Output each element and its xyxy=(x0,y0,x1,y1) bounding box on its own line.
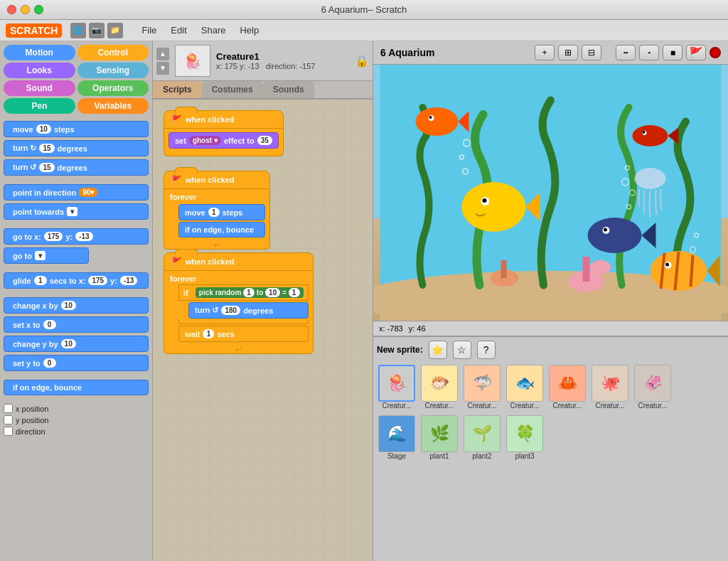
menu-edit[interactable]: Edit xyxy=(165,23,192,38)
sprite-label-stage: Stage xyxy=(387,452,406,460)
menu-file[interactable]: File xyxy=(136,23,162,38)
sprite-item-plant1[interactable]: 🌿 plant1 xyxy=(419,414,459,461)
checkbox-direction[interactable]: direction xyxy=(4,427,149,436)
stage-normal-button[interactable]: ▪ xyxy=(639,45,659,60)
zoom-out-button[interactable]: ⊟ xyxy=(582,45,601,60)
new-sprite-label: New sprite: xyxy=(377,345,423,355)
checkbox-direction-input[interactable] xyxy=(4,427,13,436)
category-operators[interactable]: Operators xyxy=(77,80,149,96)
script-hat-3[interactable]: 🚩 when clicked xyxy=(164,252,314,271)
sprite-nav-up[interactable]: ▲ xyxy=(156,48,169,60)
sprite-tray: New sprite: ⭐ ☆ ? 🪼 Creatur... 🐡 Creatur… xyxy=(373,336,728,561)
green-flag-button[interactable]: 🚩 xyxy=(686,45,706,60)
block-change-y[interactable]: change y by 10 xyxy=(4,336,149,352)
sprite-header: ▲ ▼ 🪼 Creature1 x: 175 y: -13 direction:… xyxy=(153,41,373,81)
zoom-fit-button[interactable]: ⊞ xyxy=(558,45,578,60)
stage-title: 6 Aquarium xyxy=(380,47,535,58)
checkbox-x-position-input[interactable] xyxy=(4,404,13,413)
block-glide[interactable]: glide 1 secs to x: 175 y: -13 xyxy=(4,272,149,289)
minimize-button[interactable] xyxy=(21,5,30,14)
block-set-y[interactable]: set y to 0 xyxy=(4,355,149,371)
globe-icon[interactable]: 🌐 xyxy=(70,23,86,38)
block-if-on-edge[interactable]: if on edge, bounce xyxy=(4,380,149,395)
maximize-button[interactable] xyxy=(34,5,43,14)
stage-small-button[interactable]: ▪▪ xyxy=(616,45,636,60)
block-set-x[interactable]: set x to 0 xyxy=(4,316,149,333)
block-move[interactable]: move 10 steps xyxy=(4,121,149,137)
sprite-label-plant2: plant2 xyxy=(472,452,491,460)
add-sprite-paint[interactable]: ☆ xyxy=(453,341,471,359)
scratch-logo: SCRATCH xyxy=(6,23,62,38)
script-block-move-1[interactable]: move 1 steps xyxy=(178,204,265,220)
script-group-1: 🚩 when clicked set ghost ▾ effect to 35 xyxy=(164,110,284,156)
stage-canvas xyxy=(373,65,728,321)
sprite-nav-down[interactable]: ▼ xyxy=(156,62,169,75)
block-turn-ccw[interactable]: turn ↺ 15 degrees xyxy=(4,159,149,176)
sprite-item-creature1[interactable]: 🪼 Creatur... xyxy=(377,363,417,411)
svg-point-15 xyxy=(643,131,646,134)
category-sensing[interactable]: Sensing xyxy=(77,63,149,78)
block-go-to-xy[interactable]: go to x: 175 y: -13 xyxy=(4,228,149,245)
sprite-item-plant2[interactable]: 🌱 plant2 xyxy=(462,414,502,461)
block-change-x[interactable]: change x by 10 xyxy=(4,297,149,314)
tab-scripts[interactable]: Scripts xyxy=(153,81,202,98)
checkbox-y-label: y position xyxy=(16,416,48,424)
add-sprite-surprise[interactable]: ? xyxy=(477,341,496,359)
sprite-item-creature7[interactable]: 🦑 Creatur... xyxy=(633,363,673,411)
checkbox-x-label: x position xyxy=(16,405,48,413)
sprite-label-creature6: Creatur... xyxy=(595,402,624,410)
menu-help[interactable]: Help xyxy=(234,23,264,38)
category-looks[interactable]: Looks xyxy=(4,63,75,78)
category-control[interactable]: Control xyxy=(77,45,149,60)
stage-fullscreen-button[interactable]: ◼ xyxy=(663,45,682,60)
sprite-item-creature3[interactable]: 🦈 Creatur... xyxy=(462,363,502,411)
sprite-item-creature6[interactable]: 🐙 Creatur... xyxy=(590,363,630,411)
sprite-item-stage[interactable]: 🌊 Stage xyxy=(377,414,417,461)
sprite-label-creature2: Creatur... xyxy=(424,402,454,410)
sprite-name: Creature1 xyxy=(216,51,349,62)
sprite-item-creature5[interactable]: 🦀 Creatur... xyxy=(547,363,587,411)
script-block-wait[interactable]: wait 1 secs xyxy=(178,326,309,342)
sprite-item-creature2[interactable]: 🐡 Creatur... xyxy=(419,363,459,411)
script-block-set-effect[interactable]: set ghost ▾ effect to 35 xyxy=(168,132,279,149)
checkbox-y-position-input[interactable] xyxy=(4,415,13,424)
menu-share[interactable]: Share xyxy=(196,23,232,38)
folder-icon[interactable]: 📁 xyxy=(107,23,123,38)
sprites-row: 🪼 Creatur... 🐡 Creatur... 🦈 Creatur... 🐟… xyxy=(377,363,724,411)
tab-sounds[interactable]: Sounds xyxy=(263,81,314,98)
sprite-thumb-creature4: 🐟 xyxy=(506,365,543,402)
block-turn-cw[interactable]: turn ↻ 15 degrees xyxy=(4,140,149,156)
sprite-label-creature3: Creatur... xyxy=(467,402,496,410)
lock-icon: 🔒 xyxy=(355,54,369,68)
category-motion[interactable]: Motion xyxy=(4,45,75,60)
category-sound[interactable]: Sound xyxy=(4,80,75,96)
sprite-item-creature4[interactable]: 🐟 Creatur... xyxy=(505,363,545,411)
svg-point-5 xyxy=(590,260,611,274)
category-variables[interactable]: Variables xyxy=(77,98,149,114)
checkbox-y-position[interactable]: y position xyxy=(4,415,149,424)
sprite-label-plant1: plant1 xyxy=(429,452,449,460)
checkbox-x-position[interactable]: x position xyxy=(4,404,149,413)
block-point-direction[interactable]: point in direction 90▾ xyxy=(4,184,149,201)
script-hat-1[interactable]: 🚩 when clicked xyxy=(164,110,284,129)
script-group-2: 🚩 when clicked forever move 1 steps if o… xyxy=(164,171,270,250)
sprite-item-plant3[interactable]: 🍀 plant3 xyxy=(505,414,545,461)
script-hat-2[interactable]: 🚩 when clicked xyxy=(164,171,270,189)
tab-costumes[interactable]: Costumes xyxy=(202,81,263,98)
close-button[interactable] xyxy=(7,5,16,14)
zoom-in-button[interactable]: + xyxy=(535,45,555,60)
block-go-to[interactable]: go to ▾ xyxy=(4,247,89,264)
script-block-if[interactable]: if pick random 1 to 10 = 1 xyxy=(178,284,309,301)
add-sprite-from-library[interactable]: ⭐ xyxy=(429,341,447,359)
sprite-label-creature5: Creatur... xyxy=(552,402,582,410)
scripts-area[interactable]: 🚩 when clicked set ghost ▾ effect to 35 … xyxy=(153,100,373,561)
block-point-towards[interactable]: point towards ▾ xyxy=(4,203,149,220)
camera-icon[interactable]: 📷 xyxy=(89,23,105,38)
window-controls[interactable] xyxy=(7,5,43,14)
category-pen[interactable]: Pen xyxy=(4,98,75,114)
sprite-thumb-plant1: 🌿 xyxy=(421,415,458,452)
script-block-turn[interactable]: turn ↺ 180 degrees xyxy=(188,302,309,319)
script-block-bounce[interactable]: if on edge, bounce xyxy=(178,222,265,237)
stop-button[interactable] xyxy=(710,47,721,58)
right-panel: 6 Aquarium + ⊞ ⊟ ▪▪ ▪ ◼ 🚩 xyxy=(373,41,728,561)
